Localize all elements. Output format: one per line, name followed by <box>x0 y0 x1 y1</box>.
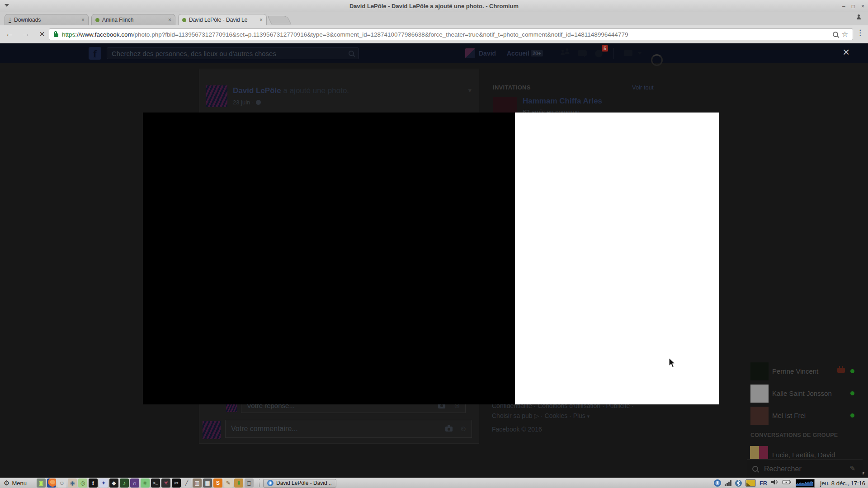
taskbar-separator <box>258 479 260 487</box>
volume-icon[interactable] <box>771 479 778 487</box>
music-player-icon[interactable]: ♪ <box>120 479 129 488</box>
molecules-app-icon[interactable]: ⚛ <box>141 479 150 488</box>
bookmark-star-icon[interactable] <box>842 30 848 38</box>
browser-toolbar: https://www.facebook.com/photo.php?fbid=… <box>0 25 868 43</box>
calculator-icon[interactable]: ▦ <box>203 479 212 488</box>
video-editor-icon[interactable]: ✂ <box>172 479 181 488</box>
profile-icon[interactable] <box>857 17 861 19</box>
terminal-icon[interactable]: >_ <box>151 479 160 488</box>
back-button[interactable] <box>3 25 16 43</box>
facebook-search-input[interactable]: Cherchez des personnes, des lieux ou d'a… <box>107 47 359 59</box>
taskbar-window-button[interactable]: David LePôle - David ... <box>263 479 336 488</box>
paint-app-icon[interactable]: ✦ <box>99 479 108 488</box>
post-author-link[interactable]: David LePôle <box>233 86 281 95</box>
profile-name-link[interactable]: David <box>479 43 496 63</box>
chromium-icon <box>267 480 274 486</box>
new-message-icon[interactable] <box>849 465 855 473</box>
menu-gear-icon[interactable] <box>4 478 9 488</box>
piano-app-icon[interactable]: ▥ <box>193 479 202 488</box>
contact-row[interactable]: Perrine Vincent <box>772 362 818 380</box>
mouse-cursor <box>668 357 676 368</box>
tab-label: David LePôle - David Le <box>189 17 257 23</box>
package-manager-icon[interactable]: ⇓ <box>234 479 243 488</box>
media-ghost-icon[interactable]: ☺ <box>57 479 66 488</box>
smiley-icon[interactable] <box>460 424 467 433</box>
address-bar[interactable]: https://www.facebook.com/photo.php?fbid=… <box>49 28 853 40</box>
contact-avatar <box>750 385 769 403</box>
group-conversations-header: CONVERSATIONS DE GROUPE <box>750 432 838 438</box>
minimize-button[interactable] <box>842 3 845 9</box>
notes-editor-icon[interactable]: ✎ <box>224 479 233 488</box>
online-dot <box>850 391 854 395</box>
unity-icon[interactable]: ◆ <box>109 479 118 488</box>
profile-photo[interactable] <box>465 48 475 58</box>
screen-tool-icon[interactable]: ▢ <box>245 479 254 488</box>
invitations-title: INVITATIONS <box>493 84 531 91</box>
tab-downloads[interactable]: Downloads <box>5 14 89 25</box>
friend-requests-icon[interactable] <box>561 51 572 57</box>
maximize-button[interactable] <box>852 3 855 9</box>
stop-loading-button[interactable] <box>35 25 49 43</box>
chat-search-bar[interactable]: Rechercher <box>747 459 863 478</box>
facebook-header: Cherchez des personnes, des lieux ou d'a… <box>0 43 868 63</box>
tab-amina-flinch[interactable]: Amina Flinch <box>91 14 175 25</box>
close-tab-icon[interactable] <box>259 14 263 26</box>
post-author-avatar[interactable] <box>206 85 227 107</box>
display-settings-icon[interactable] <box>745 479 756 487</box>
battery-icon[interactable] <box>782 479 792 487</box>
close-tab-icon[interactable] <box>81 14 85 26</box>
clock[interactable]: jeu. 8 déc., 17:16 <box>820 480 865 487</box>
post-meta: 23 juin · <box>233 99 261 106</box>
search-icon <box>752 466 758 472</box>
post-date-link[interactable]: 23 juin <box>233 99 250 106</box>
post-options-icon[interactable] <box>468 86 472 94</box>
keyboard-layout-indicator[interactable]: FR <box>760 480 767 487</box>
forward-button[interactable] <box>19 25 33 43</box>
pinwheel-app-icon[interactable]: ✳ <box>161 479 170 488</box>
search-icon[interactable] <box>349 51 354 56</box>
contact-row[interactable]: Kalle Saint Jonsson <box>772 385 832 403</box>
eye-viewer-icon[interactable]: ◉ <box>68 479 77 488</box>
contact-avatar <box>750 362 769 380</box>
firefox-icon[interactable] <box>47 479 56 488</box>
invitations-see-all-link[interactable]: Voir tout <box>632 84 654 91</box>
system-tray: i FR jeu. 8 déc., 17:16 <box>714 479 865 488</box>
theater-photo-area[interactable] <box>143 113 515 404</box>
download-icon <box>9 17 11 23</box>
privacy-globe-icon <box>256 100 261 105</box>
home-link[interactable]: Accueil <box>507 43 529 63</box>
contact-row[interactable]: Mel Ist Frei <box>772 407 806 425</box>
info-tray-icon[interactable]: i <box>714 479 721 487</box>
display-app-icon[interactable]: ▣ <box>37 479 46 488</box>
privacy-shortcuts-icon[interactable] <box>624 50 632 56</box>
footer-links-line2[interactable]: Choisir sa pub · Cookies · Plus <box>492 412 590 419</box>
invitation-name-link[interactable]: Hammam Chiffa Arles <box>523 97 602 106</box>
comment-input[interactable]: Votre commentaire... <box>225 420 472 438</box>
camera-icon[interactable] <box>445 427 453 432</box>
pen-tool-icon[interactable]: ╱ <box>182 479 191 488</box>
headphones-app-icon[interactable]: ∩ <box>130 479 139 488</box>
browser-menu-icon[interactable] <box>856 28 864 38</box>
bluetooth-icon[interactable] <box>735 480 742 487</box>
theater-comments-panel <box>515 113 719 404</box>
tab-david-lepole[interactable]: David LePôle - David Le <box>178 14 267 25</box>
sublime-text-icon[interactable]: S <box>213 479 222 488</box>
secure-lock-icon[interactable] <box>54 33 58 37</box>
close-tab-icon[interactable] <box>168 14 171 26</box>
menu-button[interactable]: Menu <box>12 480 27 487</box>
close-window-button[interactable] <box>861 3 864 9</box>
url-text[interactable]: https://www.facebook.com/photo.php?fbid=… <box>62 31 829 38</box>
spiral-media-icon[interactable]: ◎ <box>78 479 87 488</box>
network-signal-icon[interactable] <box>725 480 731 486</box>
close-theater-button[interactable] <box>843 45 849 59</box>
favicon-green-dot <box>95 18 99 22</box>
messages-icon[interactable] <box>578 50 587 56</box>
account-menu-icon[interactable] <box>637 52 642 55</box>
facebook-logo[interactable] <box>89 47 101 60</box>
zoom-page-icon[interactable] <box>833 32 838 37</box>
taskbar: Menu ▣ ☺ ◉ ◎ f ✦ ◆ ♪ ∩ ⚛ >_ ✳ ✂ ╱ ▥ ▦ S … <box>0 478 868 488</box>
new-tab-button[interactable] <box>268 16 292 24</box>
cpu-graph[interactable] <box>796 479 815 488</box>
film-app-icon[interactable]: f <box>89 479 98 488</box>
footer-more-caret-icon <box>587 413 590 419</box>
